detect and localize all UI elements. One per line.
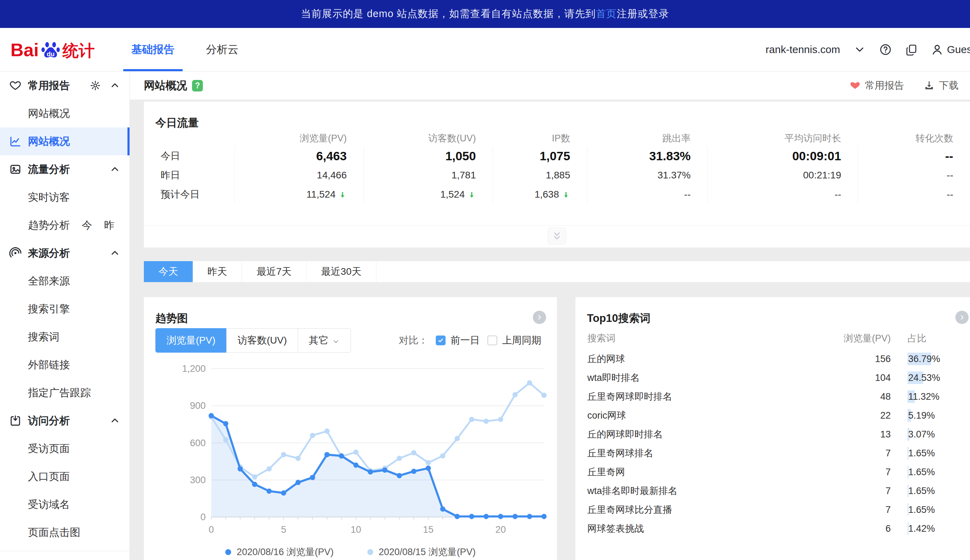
top10-row[interactable]: wta排名即时最新排名71.65% — [575, 482, 970, 500]
chevron-up-icon — [109, 164, 120, 175]
search-term: 丘的网球 — [587, 353, 838, 365]
sidebar-item-realtime-visitors[interactable]: 实时访客 — [0, 183, 130, 211]
sidebar-item-label: 受访域名 — [28, 498, 70, 512]
sidebar-quick-link[interactable]: 今 — [82, 218, 92, 233]
sidebar-item-source-analysis[interactable]: 来源分析 — [0, 239, 130, 267]
svg-text:1,200: 1,200 — [182, 363, 206, 374]
sidebar-item-entry-pages[interactable]: 入口页面 — [0, 463, 130, 490]
download-label: 下载 — [939, 79, 958, 92]
sidebar-item-visited-pages[interactable]: 受访页面 — [0, 435, 130, 463]
trend-line-chart: 03006009001,20005101520 — [144, 297, 557, 560]
sidebar-item-label: 指定广告跟踪 — [28, 386, 91, 400]
traffic-value: 00:09:01 — [707, 146, 858, 165]
svg-text:0: 0 — [208, 524, 214, 535]
legend-dot-icon — [367, 549, 373, 555]
sidebar-item-traffic-analysis[interactable]: 流量分析 — [0, 155, 130, 183]
range-tab-2[interactable]: 最近7天 — [242, 261, 307, 282]
traffic-value: -- — [707, 185, 858, 204]
top10-row[interactable]: 丘的网球即时排名133.07% — [575, 425, 970, 444]
legend-dot-icon — [225, 549, 231, 555]
sidebar-item-all-sources[interactable]: 全部来源 — [0, 267, 130, 295]
top10-row[interactable]: 丘里奇网球即时排名4811.32% — [575, 387, 970, 406]
user-menu[interactable]: Guest — [931, 43, 970, 56]
top10-row[interactable]: 丘里奇网球比分直播71.65% — [575, 500, 970, 519]
top10-row[interactable]: 丘的网球15636.79% — [575, 350, 970, 368]
legend-item[interactable]: 2020/08/15 浏览量(PV) — [367, 546, 476, 558]
tab-basic-report[interactable]: 基础报告 — [115, 28, 190, 71]
traffic-column-header: 浏览量(PV) — [234, 132, 363, 145]
banner-text-after: 注册或登录 — [617, 7, 669, 21]
user-icon — [931, 43, 943, 56]
search-term-pv: 7 — [838, 467, 891, 478]
today-traffic-title: 今日流量 — [155, 115, 199, 130]
sidebar-item-site-overview-fav[interactable]: 网站概况 — [0, 100, 130, 127]
top10-col-pv: 浏览量(PV) — [838, 332, 891, 345]
search-term-share: 1.65% — [907, 505, 970, 515]
top10-row[interactable]: coric网球225.19% — [575, 406, 970, 425]
traffic-value: 1,075 — [493, 146, 587, 165]
range-tab-3[interactable]: 最近30天 — [307, 261, 377, 282]
traffic-value: 1,524 — [363, 185, 493, 204]
sidebar-item-site-overview[interactable]: 网站概况 — [0, 127, 130, 155]
sidebar-item-label: 访问分析 — [28, 414, 70, 428]
search-term-pv: 7 — [838, 486, 891, 497]
sidebar-item-visited-domains[interactable]: 受访域名 — [0, 490, 130, 518]
chevron-down-icon[interactable] — [853, 43, 866, 56]
expand-more-button[interactable] — [548, 227, 567, 245]
home-link[interactable]: 首页 — [596, 7, 617, 21]
search-term: 丘里奇网球比分直播 — [587, 503, 838, 516]
top10-row[interactable]: wta即时排名10424.53% — [575, 368, 970, 387]
page-title: 网站概况 ? — [144, 78, 203, 93]
date-range-tabs: 今天昨天最近7天最近30天 — [144, 261, 970, 282]
baidu-tongji-logo[interactable]: Bai du 统计 — [10, 40, 95, 59]
sidebar-quick-link[interactable]: 昨 — [104, 218, 115, 233]
top-header: Bai du 统计 基础报告 分析云 rank-tennis.com — [0, 28, 970, 72]
range-tab-1[interactable]: 昨天 — [193, 261, 242, 282]
tab-analysis-cloud[interactable]: 分析云 — [190, 28, 254, 71]
svg-text:900: 900 — [190, 400, 206, 411]
trend-icon — [9, 135, 22, 148]
search-term-share: 1.42% — [907, 523, 970, 534]
help-badge-icon[interactable]: ? — [192, 80, 203, 92]
top10-row[interactable]: 网球签表挑战61.42% — [575, 519, 970, 538]
svg-text:20: 20 — [495, 524, 506, 535]
traffic-value: 6,463 — [234, 146, 363, 165]
top10-row[interactable]: 丘里奇网71.65% — [575, 463, 970, 482]
sidebar-item-search-terms[interactable]: 搜索词 — [0, 323, 130, 351]
search-term: 丘里奇网 — [587, 466, 838, 478]
sidebar-item-label: 入口页面 — [28, 470, 70, 484]
traffic-value: -- — [858, 185, 970, 204]
sidebar-item-external-links[interactable]: 外部链接 — [0, 351, 130, 379]
sidebar-item-trend-analysis[interactable]: 趋势分析今昨 — [0, 211, 130, 239]
tray-icon — [9, 414, 22, 427]
traffic-row: 预计今日11,5241,5241,638------ — [144, 185, 970, 204]
sidebar-item-favorites[interactable]: 常用报告 — [0, 72, 130, 100]
search-term-pv: 156 — [838, 354, 891, 365]
sidebar-item-search-engines[interactable]: 搜索引擎 — [0, 295, 130, 323]
download-button[interactable]: 下载 — [923, 79, 958, 92]
collapse-bar — [144, 225, 970, 248]
site-selector[interactable]: rank-tennis.com — [766, 43, 840, 55]
gear-icon[interactable] — [90, 80, 101, 91]
top10-detail-arrow-button[interactable] — [955, 311, 968, 324]
sidebar-item-visit-analysis[interactable]: 访问分析 — [0, 407, 130, 435]
favorite-report-button[interactable]: 常用报告 — [850, 79, 904, 92]
copy-icon[interactable] — [905, 43, 918, 56]
search-term-share: 24.53% — [907, 373, 970, 383]
search-term: 丘里奇网球即时排名 — [587, 390, 838, 403]
range-tab-0[interactable]: 今天 — [144, 261, 193, 282]
user-name: Guest — [947, 43, 970, 55]
primary-nav: 基础报告 分析云 — [115, 28, 254, 71]
help-icon[interactable] — [879, 43, 892, 56]
traffic-value: 11,524 — [234, 185, 363, 204]
sidebar-item-label: 受访页面 — [28, 442, 70, 456]
traffic-row-label: 预计今日 — [144, 188, 234, 201]
top10-row[interactable]: 丘里奇网球排名71.65% — [575, 444, 970, 463]
traffic-value: -- — [858, 146, 970, 165]
legend-item[interactable]: 2020/08/16 浏览量(PV) — [225, 546, 334, 558]
sidebar-item-label: 页面点击图 — [28, 525, 80, 540]
sidebar-item-page-click-map[interactable]: 页面点击图 — [0, 518, 130, 547]
traffic-value: 1,781 — [363, 165, 493, 185]
sidebar-item-ad-tracking[interactable]: 指定广告跟踪 — [0, 379, 130, 407]
top10-rows: 丘的网球15636.79%wta即时排名10424.53%丘里奇网球即时排名48… — [575, 350, 970, 538]
